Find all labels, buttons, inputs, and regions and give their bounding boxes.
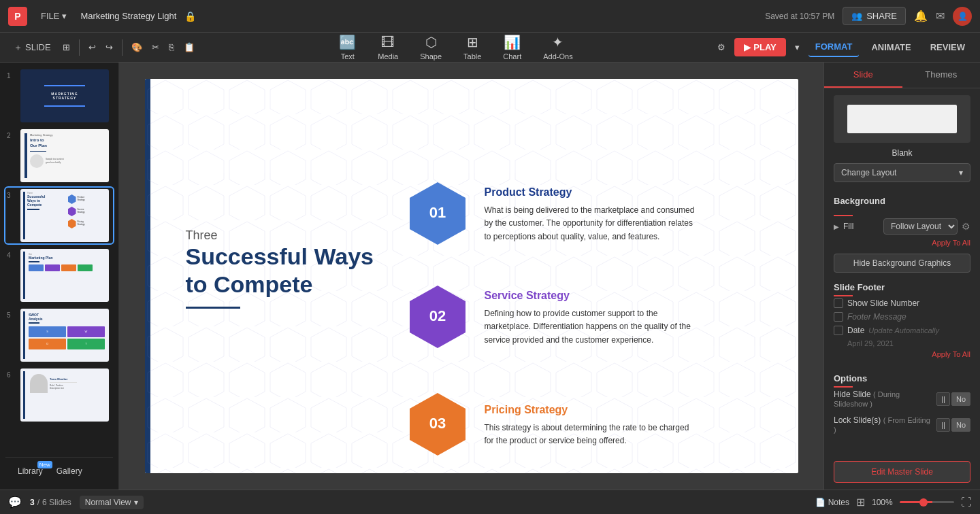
footer-message-row (834, 312, 970, 322)
format-tab[interactable]: FORMAT (808, 37, 860, 57)
layout-button[interactable]: ⊞ (59, 39, 74, 56)
add-slide-button[interactable]: ＋ SLIDE (8, 39, 56, 56)
share-button[interactable]: 👥 SHARE (843, 7, 906, 25)
svg-text:02: 02 (429, 307, 445, 324)
view-select[interactable]: Normal View ▾ (80, 496, 144, 509)
slide-count: 3 / 6 Slides (30, 498, 71, 507)
slide-title-line1: Successful Ways (186, 243, 374, 271)
undo-button[interactable]: ↩ (85, 39, 99, 56)
apply-all-background[interactable]: Apply To All (834, 239, 970, 247)
animate-tab[interactable]: ANIMATE (864, 38, 917, 56)
play-icon: ▶ (744, 42, 751, 52)
document-title: Marketing Strategy Light (80, 11, 176, 21)
scissors-button[interactable]: ✂ (148, 39, 163, 56)
slide-preview-2: Marketing Strategy Intro toOur Plan Samp… (20, 129, 109, 182)
layout-preview-inner (847, 105, 957, 133)
fill-settings-icon[interactable]: ⚙ (962, 221, 970, 232)
notifications-icon[interactable]: 🔔 (914, 10, 928, 22)
toolbar-divider (79, 39, 80, 56)
footer-message-checkbox[interactable] (834, 312, 843, 322)
toolbar-left: ＋ SLIDE ⊞ ↩ ↪ 🎨 ✂ ⎘ 📋 (8, 39, 198, 56)
slide-thumb-2[interactable]: 2 Marketing Strategy Intro toOur Plan Sa… (5, 128, 113, 184)
mail-icon[interactable]: ✉ (936, 10, 945, 22)
play-button[interactable]: ▶ PLAY (734, 38, 785, 56)
slide-thumb-4[interactable]: 4 Our Marketing Plan (5, 247, 113, 303)
sidebar-bottom: Library New Gallery (5, 457, 113, 484)
chat-icon[interactable]: 💬 (8, 496, 22, 509)
date-label: Date (847, 326, 864, 335)
hide-slide-toggle-yes[interactable]: || (936, 392, 950, 406)
shape-tool[interactable]: ⬡ Shape (409, 31, 453, 63)
notes-icon: 📄 (815, 498, 826, 507)
edit-master-slide-button[interactable]: Edit Master Slide (834, 461, 970, 483)
lock-slide-toggle-yes[interactable]: || (936, 418, 950, 432)
lock-slide-label: Lock Slide(s) ( From Editing ) (834, 415, 932, 434)
app-logo: P (8, 7, 27, 26)
lock-slide-toggle: || No (936, 418, 970, 432)
layout-icon[interactable]: ⊞ (856, 496, 865, 509)
hide-background-button[interactable]: Hide Background Graphics (834, 254, 970, 273)
file-menu-button[interactable]: FILE ▾ (35, 8, 72, 24)
right-bottom-controls: 📄 Notes ⊞ 100% ⛶ (815, 496, 972, 509)
media-tool[interactable]: 🎞 Media (367, 32, 409, 63)
slide-tab[interactable]: Slide (824, 63, 902, 88)
slide-number-5: 5 (7, 311, 16, 319)
slide-number-1: 1 (7, 72, 16, 80)
user-avatar[interactable]: 👤 (953, 7, 972, 26)
view-chevron-icon: ▾ (134, 498, 138, 507)
background-section: Background ▶ Fill Follow Layout None Sol… (824, 196, 980, 281)
slide-thumb-1[interactable]: 1 MARKETINGSTRATEGY (5, 68, 113, 124)
settings-button[interactable]: ⚙ (714, 39, 729, 56)
lock-slide-toggle-no[interactable]: No (951, 418, 970, 432)
addons-tool[interactable]: ✦ Add-Ons (532, 31, 583, 63)
gallery-tab[interactable]: Gallery (50, 464, 89, 479)
apply-all-footer[interactable]: Apply To All (834, 350, 970, 358)
slide-main-title-block: Three Successful Ways to Compete (186, 228, 374, 309)
slide-thumb-5[interactable]: 5 SWOTAnalysis S W O T (5, 307, 113, 363)
item-1-container: 01 Product Strategy What is being delive… (407, 179, 696, 250)
slide-thumb-3[interactable]: 3 Three SuccessfulWays toCompete Product… (5, 188, 113, 243)
background-divider (834, 215, 853, 216)
date-checkbox[interactable] (834, 326, 843, 335)
date-update-label: Update Automatically (868, 326, 939, 335)
slide-number-2: 2 (7, 132, 16, 139)
fill-select[interactable]: Follow Layout None Solid Gradient (883, 218, 958, 235)
text-tool[interactable]: 🔤 Text (328, 31, 367, 63)
top-right-actions: Saved at 10:57 PM 👥 SHARE 🔔 ✉ 👤 (765, 7, 972, 26)
svg-text:03: 03 (429, 415, 445, 432)
footer-message-input[interactable] (847, 312, 970, 322)
show-slide-number-checkbox[interactable] (834, 298, 843, 308)
paste-button[interactable]: 📋 (180, 39, 198, 56)
fill-expand-icon[interactable]: ▶ (834, 223, 839, 230)
zoom-control: 100% (872, 498, 954, 507)
current-slide-number: 3 (30, 498, 35, 507)
play-dropdown-button[interactable]: ▾ (791, 39, 803, 56)
hide-slide-toggle-no[interactable]: No (951, 392, 970, 406)
svg-text:01: 01 (429, 204, 445, 221)
themes-tab[interactable]: Themes (902, 63, 981, 88)
change-layout-button[interactable]: Change Layout ▾ (834, 163, 970, 182)
notes-button[interactable]: 📄 Notes (815, 498, 849, 507)
chart-tool[interactable]: 📊 Chart (492, 31, 532, 63)
review-tab[interactable]: REVIEW (924, 38, 972, 56)
library-tab[interactable]: Library New (11, 464, 50, 479)
fit-to-screen-icon[interactable]: ⛶ (961, 496, 972, 509)
fill-row: ▶ Fill Follow Layout None Solid Gradient… (834, 218, 970, 235)
layout-section: Blank Change Layout ▾ (824, 88, 980, 196)
date-value-display: April 29, 2021 (834, 339, 970, 347)
hex-1-shape: 01 (407, 179, 468, 250)
show-slide-number-label: Show Slide Number (847, 298, 919, 308)
slide-thumb-6[interactable]: 6 Team Member Role / PositionDescription… (5, 367, 113, 423)
slide-preview-4: Our Marketing Plan (20, 249, 109, 302)
redo-button[interactable]: ↪ (102, 39, 116, 56)
slide-title-line2: to Compete (186, 271, 374, 298)
slide-canvas[interactable]: Three Successful Ways to Compete 01 Prod… (145, 79, 798, 473)
options-title: Options (834, 373, 867, 383)
toolbar-divider-2 (122, 39, 122, 56)
hex-3-shape: 03 (407, 390, 468, 461)
copy-button[interactable]: ⎘ (165, 39, 178, 56)
paint-button[interactable]: 🎨 (128, 39, 146, 56)
table-tool[interactable]: ⊞ Table (453, 31, 492, 63)
toolbar: ＋ SLIDE ⊞ ↩ ↪ 🎨 ✂ ⎘ 📋 🔤 Text 🎞 Media ⬡ S… (0, 33, 980, 63)
zoom-slider[interactable] (900, 501, 954, 503)
